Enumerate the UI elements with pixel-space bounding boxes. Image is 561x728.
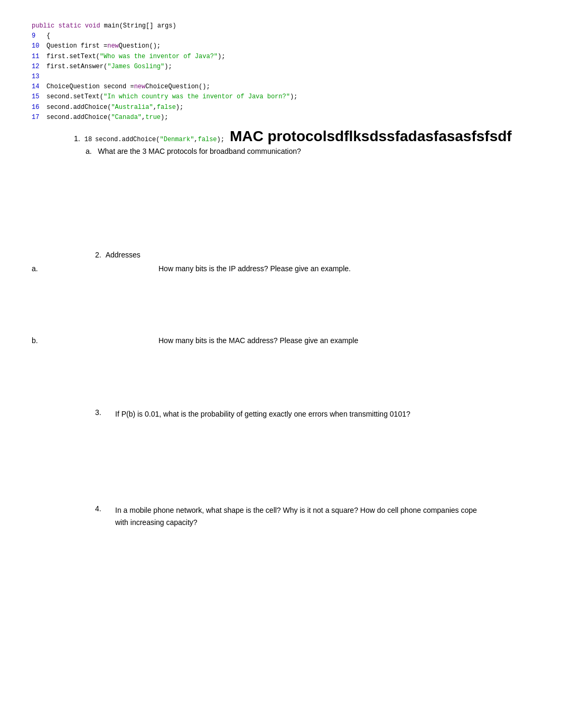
code-line-11: 11 first.setText( "Who was the inventor … — [32, 52, 529, 62]
item1-sub-a-text: What are the 3 MAC protocols for broadba… — [98, 147, 301, 155]
item1-inline-false: false — [198, 136, 217, 143]
section2-sub-b-text: How many bits is the MAC address? Please… — [158, 336, 358, 345]
item1-inline-comma: , — [194, 136, 198, 143]
string-australia: "Australia" — [111, 103, 153, 113]
item1-mac-heading: MAC protocolsdflksdssfadasfasasfsfsdf — [230, 128, 512, 145]
code-block: public static void main(String[] args) 9… — [32, 21, 529, 123]
line-num-15: 15 — [32, 92, 42, 102]
string-canada: "Canada" — [111, 113, 142, 123]
item1-sub-a-label: a. — [86, 147, 96, 155]
section3: 3. If P(b) is 0.01, what is the probabil… — [95, 408, 529, 420]
keyword-static: static — [58, 22, 81, 30]
section2-sub-a-text: How many bits is the IP address? Please … — [158, 264, 351, 273]
section2-num: 2. — [95, 251, 101, 259]
code-line-16: 16 second.addChoice( "Australia" , false… — [32, 103, 529, 113]
section4: 4. In a mobile phone network, what shape… — [95, 504, 529, 528]
line-num-17: 17 — [32, 113, 42, 123]
string-james-gosling: "James Gosling" — [107, 62, 164, 72]
keyword-void: void — [85, 22, 100, 30]
section2-title-row: 2. Addresses — [95, 251, 529, 259]
section2-title: Addresses — [106, 251, 141, 259]
section2-sub-a: a. How many bits is the IP address? Plea… — [32, 264, 529, 273]
section4-num: 4. — [95, 504, 111, 513]
line-num-12: 12 — [32, 62, 42, 72]
item1-content-row: 1. 18 second.addChoice( "Denmark" , fals… — [74, 128, 529, 145]
item1-number: 1. — [74, 134, 80, 143]
code-line-15: 15 second.setText( "In which country was… — [32, 92, 529, 102]
code-line-10: 10 Question first = new Question(); — [32, 41, 529, 51]
item1-inline-denmark: "Denmark" — [160, 136, 194, 143]
section2: 2. Addresses a. How many bits is the IP … — [32, 251, 529, 345]
code-line-17: 17 second.addChoice( "Canada" , true ); — [32, 113, 529, 123]
section3-num: 3. — [95, 408, 111, 417]
string-who-was: "Who was the inventor of Java?" — [100, 52, 218, 62]
line-num-11: 11 — [32, 52, 42, 62]
item1-row: 1. 18 second.addChoice( "Denmark" , fals… — [74, 128, 529, 155]
keyword-public: public — [32, 22, 54, 30]
code-line-main: public static void main(String[] args) — [32, 21, 529, 31]
item1-inline-close: ); — [217, 136, 225, 143]
line-num-14: 14 — [32, 82, 42, 92]
keyword-true-17: true — [145, 113, 161, 123]
code-line-9: 9 { — [32, 31, 529, 41]
code-text-main: public static void main(String[] args) — [32, 21, 176, 31]
section2-sub-b: b. How many bits is the MAC address? Ple… — [32, 336, 529, 345]
section2-sub-a-ltr: a. — [32, 264, 53, 273]
section3-text: If P(b) is 0.01, what is the probability… — [115, 408, 410, 420]
item1-sub-a: a. What are the 3 MAC protocols for broa… — [86, 147, 529, 155]
keyword-new-10: new — [107, 41, 119, 51]
code-line-12: 12 first.setAnswer( "James Gosling" ); — [32, 62, 529, 72]
line-num-10: 10 — [32, 41, 42, 51]
item1-line-num: 18 — [85, 136, 92, 143]
line-num-16: 16 — [32, 103, 42, 113]
string-which-country: "In which country was the inventor of Ja… — [104, 92, 290, 102]
keyword-new-14: new — [134, 82, 146, 92]
section4-text: In a mobile phone network, what shape is… — [115, 504, 485, 528]
code-line-14: 14 ChoiceQuestion second = new ChoiceQue… — [32, 82, 529, 92]
keyword-false-16: false — [157, 103, 176, 113]
line-num-13: 13 — [32, 72, 42, 82]
line-num-9: 9 — [32, 31, 42, 41]
code-line-13: 13 — [32, 72, 529, 82]
section2-sub-b-ltr: b. — [32, 336, 53, 345]
item1-inline-code-text: second.addChoice( — [95, 136, 160, 143]
